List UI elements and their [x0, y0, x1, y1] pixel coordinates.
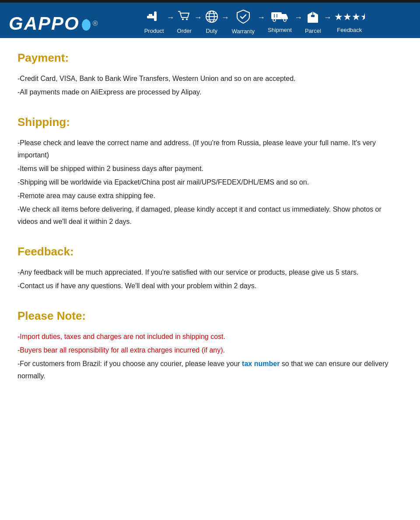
note-line-2: -Buyers bear all responsibility for all … — [18, 344, 402, 356]
svg-rect-13 — [271, 12, 282, 19]
shipping-line-2: -Items will be shipped within 2 business… — [18, 163, 402, 174]
payment-section: Payment: -Credit Card, VISA, Bank to Ban… — [18, 51, 402, 98]
svg-point-15 — [284, 19, 286, 21]
logo-text: GAPPO — [9, 13, 92, 34]
shipping-line-5: -We check all items before delivering, i… — [18, 203, 402, 227]
step-feedback-label: Feedback — [337, 27, 362, 33]
arrow-1: → — [167, 13, 175, 22]
please-note-section: Please Note: -Import duties, taxes and c… — [18, 309, 402, 382]
stars-svg: ★★★★★ — [334, 10, 365, 23]
arrow-5: → — [294, 13, 302, 22]
shipping-section: Shipping: -Please check and leave the co… — [18, 115, 402, 227]
please-note-body: -Import duties, taxes and charges are no… — [18, 331, 402, 382]
step-duty-label: Duty — [206, 28, 217, 34]
step-warranty-label: Warranty — [232, 28, 255, 35]
globe-svg — [205, 10, 219, 24]
shipping-line-1: -Please check and leave the correct name… — [18, 137, 402, 161]
feedback-title: Feedback: — [18, 245, 402, 258]
svg-point-14 — [273, 19, 276, 21]
payment-title: Payment: — [18, 51, 402, 65]
cart-svg — [177, 10, 191, 24]
payment-body: -Credit Card, VISA, Bank to Bank Wire Tr… — [18, 73, 402, 98]
logo-reg: ® — [93, 20, 98, 28]
duty-icon — [205, 10, 219, 26]
please-note-title: Please Note: — [18, 309, 402, 323]
box-svg — [306, 10, 320, 24]
step-warranty: Warranty — [232, 9, 255, 35]
step-shipment-label: Shipment — [268, 27, 292, 33]
step-duty: Duty — [205, 10, 219, 34]
order-icon — [177, 10, 191, 26]
svg-point-7 — [186, 18, 188, 20]
note-tax-number-link[interactable]: tax number — [242, 360, 280, 367]
step-order: Order — [177, 10, 192, 34]
svg-rect-4 — [149, 14, 152, 17]
note-line-1: -Import duties, taxes and charges are no… — [18, 331, 402, 342]
arrow-4: → — [257, 13, 265, 22]
note-line-3-prefix: -For customers from Brazil: if you choos… — [18, 360, 242, 367]
step-product-label: Product — [144, 28, 164, 34]
svg-rect-3 — [154, 13, 157, 21]
shipping-body: -Please check and leave the correct name… — [18, 137, 402, 227]
step-parcel: Parcel — [305, 10, 321, 34]
svg-rect-20 — [311, 15, 315, 17]
feedback-body: -Any feedback will be much appreciated. … — [18, 266, 402, 292]
step-shipment: Shipment — [268, 10, 292, 33]
note-line-3: -For customers from Brazil: if you choos… — [18, 358, 402, 381]
header: GAPPO ® Product → — [0, 3, 420, 38]
feedback-line-2: -Contact us if have any questions. We'll… — [18, 280, 402, 292]
svg-text:★★★★★: ★★★★★ — [334, 11, 365, 22]
arrow-2: → — [194, 13, 202, 22]
payment-line-1: -Credit Card, VISA, Bank to Bank Wire Tr… — [18, 73, 402, 84]
truck-svg — [271, 10, 288, 23]
step-product: Product — [144, 10, 164, 34]
product-icon — [146, 10, 162, 26]
shield-svg — [236, 9, 250, 24]
shipping-line-3: -Shipping will be worldwide via Epacket/… — [18, 176, 402, 188]
step-order-label: Order — [177, 28, 192, 34]
payment-line-2: -All payments made on AliExpress are pro… — [18, 86, 402, 98]
arrow-6: → — [324, 13, 332, 22]
feedback-line-1: -Any feedback will be much appreciated. … — [18, 266, 402, 278]
parcel-icon — [306, 10, 320, 26]
logo: GAPPO ® — [9, 13, 98, 34]
arrow-3: → — [221, 13, 229, 22]
main-content: Payment: -Credit Card, VISA, Bank to Ban… — [0, 38, 420, 412]
warranty-icon — [236, 9, 250, 26]
step-feedback: ★★★★★ Feedback — [334, 10, 365, 33]
feedback-icon: ★★★★★ — [334, 10, 365, 25]
logo-gappo: GAPPO — [9, 13, 80, 34]
svg-point-5 — [154, 11, 157, 14]
svg-point-6 — [182, 18, 184, 20]
shipping-line-4: -Remote area may cause extra shipping fe… — [18, 190, 402, 202]
steps-nav: Product → Order → — [98, 9, 412, 38]
feedback-section: Feedback: -Any feedback will be much app… — [18, 245, 402, 292]
logo-drop-icon — [80, 17, 92, 31]
shipping-title: Shipping: — [18, 115, 402, 129]
faucet-svg — [146, 10, 162, 24]
shipment-icon — [271, 10, 288, 25]
step-parcel-label: Parcel — [305, 28, 321, 34]
